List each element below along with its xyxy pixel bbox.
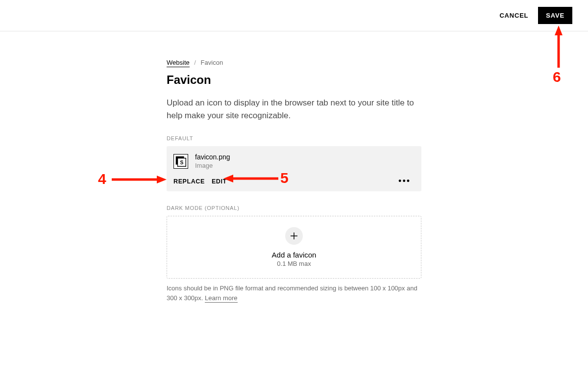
top-bar: CANCEL SAVE <box>0 0 588 31</box>
help-text-body: Icons should be in PNG file format and r… <box>167 284 417 302</box>
replace-button[interactable]: REPLACE <box>173 178 205 185</box>
favicon-thumbnail-icon: S <box>173 154 188 169</box>
favicon-card: S favicon.png Image REPLACE EDIT ••• <box>167 146 421 191</box>
annotation-6-arrow-icon <box>554 26 564 68</box>
content-area: Website / Favicon Favicon Upload an icon… <box>167 31 421 303</box>
cancel-button[interactable]: CANCEL <box>499 12 528 19</box>
file-type: Image <box>195 162 230 169</box>
upload-subtitle: 0.1 MB max <box>277 260 311 267</box>
svg-text:S: S <box>180 159 183 165</box>
breadcrumb-current: Favicon <box>201 59 223 66</box>
default-section-label: DEFAULT <box>167 135 421 141</box>
card-actions: REPLACE EDIT <box>173 178 227 185</box>
svg-marker-6 <box>157 176 167 183</box>
annotation-6: 6 <box>553 69 561 85</box>
dark-mode-section-label: DARK MODE (OPTIONAL) <box>167 205 421 211</box>
more-options-button[interactable]: ••• <box>394 177 415 185</box>
learn-more-link[interactable]: Learn more <box>205 294 237 303</box>
annotation-4-label: 4 <box>98 171 106 187</box>
file-name: favicon.png <box>195 153 230 161</box>
annotation-4-arrow-icon <box>112 175 167 184</box>
help-text: Icons should be in PNG file format and r… <box>167 284 421 303</box>
upload-title: Add a favicon <box>272 251 317 259</box>
breadcrumb-separator: / <box>194 59 196 66</box>
file-info: favicon.png Image <box>195 153 230 169</box>
favicon-card-top: S favicon.png Image <box>173 153 415 169</box>
annotation-4: 4 <box>98 171 106 187</box>
favicon-card-bottom: REPLACE EDIT ••• <box>173 177 415 185</box>
plus-icon <box>285 227 303 245</box>
breadcrumb-root-link[interactable]: Website <box>167 59 190 67</box>
page-description: Upload an icon to display in the browser… <box>167 97 421 122</box>
annotation-6-label: 6 <box>553 69 561 85</box>
breadcrumb: Website / Favicon <box>167 59 421 66</box>
edit-button[interactable]: EDIT <box>212 178 227 185</box>
save-button[interactable]: SAVE <box>538 7 572 24</box>
add-favicon-dropzone[interactable]: Add a favicon 0.1 MB max <box>167 216 421 279</box>
page-title: Favicon <box>167 73 421 87</box>
